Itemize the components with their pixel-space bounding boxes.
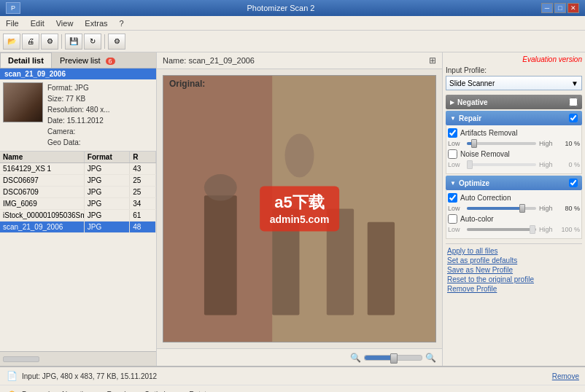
zoom-in-icon[interactable]: 🔍 (425, 353, 436, 363)
scan-name: Name: scan_21_09_2006 (163, 56, 255, 65)
toolbar-rotate[interactable]: ↻ (84, 34, 101, 50)
svg-point-3 (285, 134, 314, 178)
noise-row: Noise Removal (448, 149, 580, 159)
repair-section: ▼ Repair Artifacts Removal Low High (446, 111, 582, 174)
expand-icon[interactable]: ⊞ (429, 55, 436, 66)
list-item[interactable]: 5164129_XS 1 JPG 43 (0, 163, 156, 175)
apply-all-link[interactable]: Apply to all files (447, 247, 581, 255)
right-panel: Evaluation version Input Profile: Slide … (443, 52, 585, 366)
optimize-checkbox[interactable] (569, 179, 578, 187)
zoom-thumb[interactable] (390, 353, 398, 364)
title-bar: P Photomizer Scan 2 ─ □ ✕ (0, 0, 585, 16)
tab-preview[interactable]: Preview list 6 (52, 52, 123, 68)
toolbar-settings[interactable]: ⚙ (108, 34, 125, 50)
close-button[interactable]: ✕ (567, 3, 579, 13)
tab-bar: Detail list Preview list 6 (0, 52, 156, 68)
toolbar-save[interactable]: 💾 (65, 34, 82, 50)
action-links: Apply to all files Set as profile defaul… (446, 243, 582, 297)
toolbar-open[interactable]: 📂 (3, 34, 20, 50)
negative-header[interactable]: ▶ Negative (446, 95, 582, 109)
menu-file[interactable]: File (3, 17, 22, 29)
window-controls: ─ □ ✕ (541, 3, 579, 13)
thumbnail-image (4, 83, 42, 122)
left-panel: Detail list Preview list 6 scan_21_09_20… (0, 52, 157, 366)
list-item[interactable]: iStock_000001095036Sm JPG 61 (0, 210, 156, 222)
original-label: Original: (169, 79, 205, 89)
auto-correction-thumb[interactable] (519, 204, 525, 213)
auto-color-thumb[interactable] (530, 225, 535, 234)
menu-view[interactable]: View (53, 17, 77, 29)
noise-slider[interactable] (467, 163, 536, 166)
original-photo: Original: (163, 75, 436, 342)
profile-select[interactable]: Slide Scanner ▼ (446, 76, 582, 90)
artifacts-slider[interactable] (467, 142, 536, 145)
save-profile-link[interactable]: Save as New Profile (447, 266, 581, 274)
app-icon: P (6, 2, 20, 14)
menu-help[interactable]: ? (117, 17, 127, 29)
dropdown-arrow-icon: ▼ (571, 79, 578, 87)
svg-rect-4 (204, 195, 237, 315)
artifacts-thumb[interactable] (471, 139, 477, 148)
remove-profile-link[interactable]: Remove Profile (447, 285, 581, 293)
center-panel: Name: scan_21_09_2006 ⊞ Original: (157, 52, 443, 366)
optimize-header[interactable]: ▼ Optimize (446, 176, 582, 190)
toolbar: 📂 🖨 ⚙ 💾 ↻ ⚙ (0, 31, 585, 52)
center-header: Name: scan_21_09_2006 ⊞ (157, 52, 442, 69)
zoom-fill (365, 356, 393, 360)
list-item[interactable]: scan_21_09_2006 JPG 48 (0, 222, 156, 233)
auto-color-slider[interactable] (467, 228, 536, 231)
auto-correction-slider-row: Low High 80 % (448, 205, 580, 212)
zoom-slider[interactable] (364, 355, 422, 361)
input-profile-label: Input Profile: (446, 66, 582, 74)
repair-header[interactable]: ▼ Repair (446, 111, 582, 125)
maximize-button[interactable]: □ (554, 3, 566, 13)
list-item[interactable]: IMG_6069 JPG 34 (0, 198, 156, 210)
artifacts-slider-row: Low High 10 % (448, 140, 580, 147)
center-bottom: 🔍 🔍 (157, 348, 442, 366)
optimize-content: Auto Correction Low High 80 % Auto-color (446, 190, 582, 239)
file-details: Format: JPG Size: 77 KB Resolution: 480 … (47, 82, 110, 148)
horizontal-scrollbar[interactable] (3, 356, 39, 362)
noise-label: Noise Removal (460, 150, 510, 158)
main-layout: Detail list Preview list 6 scan_21_09_20… (0, 52, 585, 366)
menu-edit[interactable]: Edit (28, 17, 47, 29)
svg-point-5 (204, 174, 237, 200)
repair-content: Artifacts Removal Low High 10 % Noise Re… (446, 125, 582, 174)
negative-section: ▶ Negative (446, 95, 582, 109)
negative-checkbox[interactable] (569, 98, 578, 106)
remove-action[interactable]: Remove (552, 372, 579, 380)
preview-area: Original: (157, 69, 442, 348)
auto-correction-checkbox[interactable] (448, 193, 457, 203)
scroll-area (0, 351, 156, 366)
menu-extras[interactable]: Extras (82, 17, 110, 29)
auto-color-checkbox[interactable] (448, 214, 457, 224)
eval-badge: Evaluation version (446, 55, 582, 63)
auto-correction-slider[interactable] (467, 207, 536, 210)
file-list[interactable]: Name Format R 5164129_XS 1 JPG 43 DSC066… (0, 152, 156, 351)
selected-file-header: scan_21_09_2006 (0, 68, 156, 79)
reset-profile-link[interactable]: Reset to the original profile (447, 275, 581, 283)
auto-color-fill (467, 228, 536, 231)
set-defaults-link[interactable]: Set as profile defaults (447, 256, 581, 264)
tab-detail[interactable]: Detail list (0, 52, 52, 68)
status-text-1: Input: JPG, 480 x 483, 77 KB, 15.11.2012 (22, 372, 548, 380)
noise-thumb[interactable] (467, 160, 473, 169)
auto-correction-label: Auto Correction (460, 194, 511, 202)
list-item[interactable]: DSC06709 JPG 25 (0, 187, 156, 198)
tab-badge: 6 (106, 58, 115, 65)
artifacts-row: Artifacts Removal (448, 128, 580, 138)
list-item[interactable]: DSC06697 JPG 25 (0, 175, 156, 187)
noise-slider-row: Low High 0 % (448, 161, 580, 168)
toolbar-scan[interactable]: 🖨 (22, 34, 39, 50)
original-image: a5下载 admin5.com (163, 76, 435, 342)
status-icon-2: ⚙ (6, 388, 18, 392)
repair-checkbox[interactable] (569, 114, 578, 122)
toolbar-sep2 (104, 34, 105, 49)
menu-bar: File Edit View Extras ? (0, 16, 585, 31)
noise-checkbox[interactable] (448, 149, 457, 159)
zoom-out-icon[interactable]: 🔍 (350, 353, 361, 363)
minimize-button[interactable]: ─ (541, 3, 553, 13)
toolbar-process[interactable]: ⚙ (41, 34, 58, 50)
artifacts-checkbox[interactable] (448, 128, 457, 138)
app-title: Photomizer Scan 2 (20, 4, 541, 12)
